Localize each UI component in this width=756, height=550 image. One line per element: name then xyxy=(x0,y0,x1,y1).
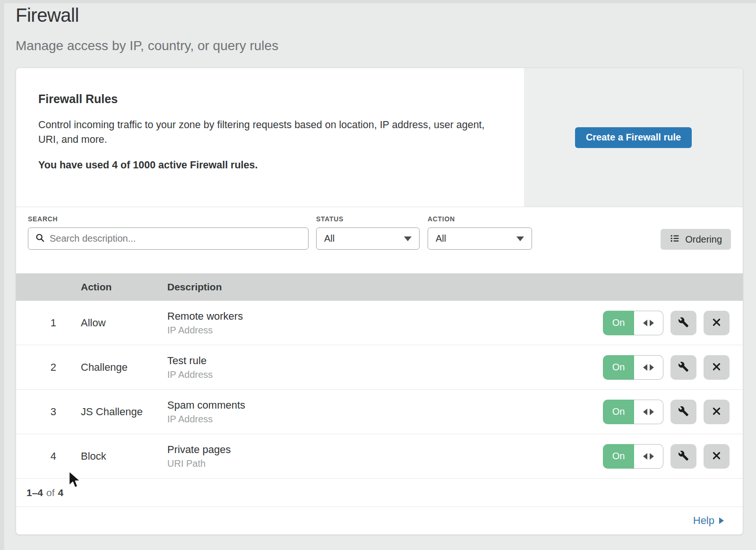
create-firewall-rule-button[interactable]: Create a Firewall rule xyxy=(575,127,692,148)
edit-rule-button[interactable] xyxy=(670,444,696,469)
action-label: ACTION xyxy=(428,215,532,223)
ordering-button[interactable]: Ordering xyxy=(661,229,731,250)
rule-priority: 4 xyxy=(16,450,56,463)
rule-action: Block xyxy=(81,450,159,463)
reorder-arrows-icon[interactable] xyxy=(634,355,663,380)
search-filter-group: SEARCH xyxy=(28,215,309,250)
column-header-action: Action xyxy=(81,281,159,293)
wrench-icon xyxy=(678,450,689,463)
window-edge-left xyxy=(0,0,4,550)
rule-enabled-toggle[interactable]: On xyxy=(603,355,663,380)
search-label: SEARCH xyxy=(28,215,309,223)
wrench-icon xyxy=(678,317,689,329)
delete-rule-button[interactable] xyxy=(704,444,730,469)
firewall-card: Firewall Rules Control incoming traffic … xyxy=(16,68,743,535)
page-header: Firewall Manage access by IP, country, o… xyxy=(16,5,278,53)
rule-match-type: IP Address xyxy=(167,369,603,380)
rule-controls: On xyxy=(603,400,730,424)
wrench-icon xyxy=(678,361,689,374)
rule-description-cell: Remote workers IP Address xyxy=(167,310,603,336)
reorder-arrows-icon[interactable] xyxy=(634,400,663,424)
rule-description-cell: Private pages URI Path xyxy=(167,444,603,469)
rule-description: Spam comments xyxy=(167,399,603,411)
status-select[interactable]: All xyxy=(316,227,420,250)
chevron-down-icon xyxy=(516,236,524,241)
close-icon xyxy=(712,406,722,418)
delete-rule-button[interactable] xyxy=(704,355,730,380)
edit-rule-button[interactable] xyxy=(670,400,696,424)
reorder-arrows-icon[interactable] xyxy=(634,444,663,469)
rule-priority: 3 xyxy=(16,406,56,418)
toggle-on-label: On xyxy=(603,444,634,469)
rule-description: Remote workers xyxy=(167,310,603,323)
pagination-total: 4 xyxy=(58,487,64,498)
page-subtitle: Manage access by IP, country, or query r… xyxy=(16,38,278,53)
rule-description-cell: Test rule IP Address xyxy=(167,355,603,380)
table-row: 3 JS Challenge Spam comments IP Address … xyxy=(16,390,743,434)
rule-controls: On xyxy=(603,311,730,335)
filters-bar: SEARCH STATUS All ACTION All xyxy=(16,207,743,273)
ordered-list-icon xyxy=(670,233,680,246)
rule-match-type: IP Address xyxy=(167,325,603,336)
toggle-on-label: On xyxy=(603,355,634,380)
wrench-icon xyxy=(678,406,689,418)
help-link[interactable]: Help xyxy=(693,515,724,527)
panel-title: Firewall Rules xyxy=(38,92,505,106)
card-footer: Help xyxy=(16,507,743,534)
status-select-value: All xyxy=(324,233,335,244)
window-edge-top xyxy=(0,0,756,3)
status-label: STATUS xyxy=(316,215,420,223)
search-box[interactable] xyxy=(28,227,309,250)
rule-enabled-toggle[interactable]: On xyxy=(603,444,663,469)
pagination-bar: 1–4 of 4 xyxy=(16,479,743,507)
rule-priority: 1 xyxy=(16,317,56,329)
rule-enabled-toggle[interactable]: On xyxy=(603,400,663,424)
search-icon xyxy=(35,233,45,244)
firewall-rules-intro-section: Firewall Rules Control incoming traffic … xyxy=(16,68,743,207)
rule-match-type: URI Path xyxy=(167,458,603,469)
pagination-of-label: of xyxy=(46,487,55,498)
rule-action: JS Challenge xyxy=(81,406,159,418)
table-row: 4 Block Private pages URI Path On xyxy=(16,434,743,479)
rule-priority: 2 xyxy=(16,361,56,374)
delete-rule-button[interactable] xyxy=(704,400,730,424)
action-filter-group: ACTION All xyxy=(428,215,532,250)
table-header-row: Action Description xyxy=(16,273,743,301)
close-icon xyxy=(712,451,722,462)
rules-table-body: 1 Allow Remote workers IP Address On 2 xyxy=(16,301,743,479)
column-header-description: Description xyxy=(167,281,743,293)
rule-action: Allow xyxy=(81,317,159,329)
rule-match-type: IP Address xyxy=(167,414,603,425)
panel-description: Control incoming traffic to your zone by… xyxy=(38,118,485,147)
rule-controls: On xyxy=(603,355,730,380)
status-filter-group: STATUS All xyxy=(316,215,420,250)
delete-rule-button[interactable] xyxy=(704,311,730,335)
rule-enabled-toggle[interactable]: On xyxy=(603,311,663,335)
rule-description: Test rule xyxy=(167,355,603,367)
triangle-right-icon xyxy=(719,517,724,524)
toggle-on-label: On xyxy=(603,400,634,424)
reorder-arrows-icon[interactable] xyxy=(634,311,663,335)
page-title: Firewall xyxy=(16,5,278,26)
rule-description: Private pages xyxy=(167,444,603,456)
ordering-button-label: Ordering xyxy=(685,234,722,245)
usage-note: You have used 4 of 1000 active Firewall … xyxy=(38,159,505,171)
search-input[interactable] xyxy=(50,233,301,244)
chevron-down-icon xyxy=(404,236,412,241)
toggle-on-label: On xyxy=(603,311,634,335)
rule-controls: On xyxy=(603,444,730,469)
help-link-label: Help xyxy=(693,515,714,527)
close-icon xyxy=(712,362,722,373)
close-icon xyxy=(712,317,722,329)
table-row: 1 Allow Remote workers IP Address On xyxy=(16,301,743,345)
rule-description-cell: Spam comments IP Address xyxy=(167,399,603,425)
pagination-range: 1–4 xyxy=(26,487,43,498)
create-rule-panel: Create a Firewall rule xyxy=(524,68,743,207)
intro-text-block: Firewall Rules Control incoming traffic … xyxy=(16,68,524,207)
action-select[interactable]: All xyxy=(428,227,532,250)
edit-rule-button[interactable] xyxy=(670,311,696,335)
table-row: 2 Challenge Test rule IP Address On xyxy=(16,345,743,390)
rule-action: Challenge xyxy=(81,361,159,374)
edit-rule-button[interactable] xyxy=(670,355,696,380)
action-select-value: All xyxy=(436,233,446,244)
